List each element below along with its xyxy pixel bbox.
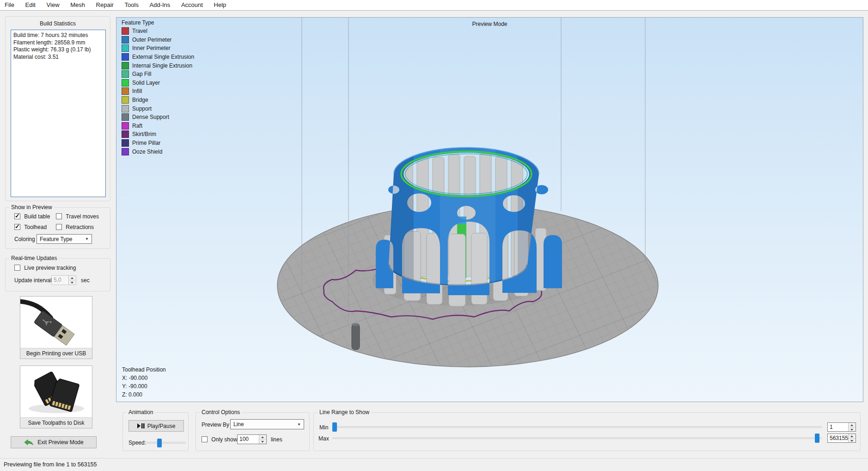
app: { "menu": { "items": ["File", "Edit", "V… — [0, 0, 868, 471]
legend-item: Dense Support — [122, 113, 194, 122]
checkbox-label: Live preview tracking — [24, 265, 76, 271]
min-line-spinner[interactable]: 1 — [827, 422, 856, 432]
toolhead-checkbox[interactable]: Toolhead — [14, 224, 47, 230]
checkbox-icon[interactable] — [56, 224, 62, 230]
legend-item: Support — [122, 104, 194, 113]
play-pause-icon — [137, 423, 145, 428]
realtime-updates-group: Real-time Updates Live preview tracking … — [5, 258, 110, 291]
menu-file[interactable]: File — [0, 0, 19, 10]
speed-label: Speed: — [128, 440, 146, 446]
legend-item: Gap Fill — [122, 70, 194, 79]
spin-up-icon[interactable] — [259, 435, 266, 440]
only-show-lines-unit: lines — [271, 436, 282, 443]
preview-by-dropdown[interactable]: Line — [230, 419, 304, 429]
spin-down-icon[interactable] — [849, 439, 856, 443]
update-interval-value: 5,0 — [52, 276, 68, 285]
play-pause-button[interactable]: Play/Pause — [128, 420, 184, 432]
status-text: Previewing file from line 1 to 563155 — [4, 461, 97, 468]
usb-cable-image — [20, 297, 92, 348]
max-label: Max — [318, 435, 329, 442]
print-preview-canvas[interactable] — [116, 18, 864, 403]
legend-item: Prime Pillar — [122, 139, 194, 148]
play-pause-label: Play/Pause — [147, 423, 176, 429]
legend-swatch — [122, 79, 129, 87]
menu-edit[interactable]: Edit — [21, 0, 40, 10]
spin-up-icon[interactable] — [849, 423, 856, 428]
spin-down-icon[interactable] — [69, 280, 76, 285]
green-back-arrow-icon — [24, 439, 34, 446]
build-statistics-box: Build time: 7 hours 32 minutes Filament … — [11, 30, 106, 197]
status-bar: Previewing file from line 1 to 563155 — [0, 458, 868, 471]
build-table-checkbox[interactable]: Build table — [14, 213, 50, 220]
legend-swatch — [122, 62, 129, 69]
legend-swatch — [122, 53, 129, 61]
coloring-dropdown[interactable]: Feature Type — [37, 234, 92, 244]
show-in-preview-group: Show in Preview Build table Travel moves… — [5, 207, 110, 249]
retractions-checkbox[interactable]: Retractions — [56, 224, 94, 230]
only-show-checkbox[interactable]: Only show — [202, 436, 237, 443]
spin-down-icon[interactable] — [259, 440, 266, 444]
toolhead-indicator — [352, 323, 360, 350]
max-line-spinner[interactable]: 563155 — [827, 434, 856, 443]
menu-addins[interactable]: Add-Ins — [145, 0, 175, 10]
checkbox-icon[interactable] — [56, 213, 62, 219]
checkbox-label: Build table — [24, 213, 50, 220]
max-slider-thumb[interactable] — [815, 434, 819, 443]
legend-item: Internal Single Extrusion — [122, 61, 194, 70]
travel-moves-checkbox[interactable]: Travel moves — [56, 213, 99, 220]
menu-account[interactable]: Account — [177, 0, 208, 10]
line-range-title: Line Range to Show — [318, 409, 371, 415]
toolhead-position-readout: Toolhead Position X: -90.000 Y: -90.000 … — [122, 366, 166, 399]
menu-view[interactable]: View — [42, 0, 64, 10]
update-interval-spinner[interactable]: 5,0 — [51, 275, 76, 285]
speed-slider-thumb[interactable] — [157, 439, 162, 447]
checkbox-icon[interactable] — [14, 224, 20, 230]
spin-up-icon[interactable] — [849, 434, 856, 439]
min-slider-track[interactable] — [332, 426, 822, 428]
legend-swatch — [122, 113, 129, 121]
legend-swatch — [122, 70, 129, 78]
spin-down-icon[interactable] — [849, 428, 856, 432]
coloring-label: Coloring — [14, 236, 35, 242]
exit-preview-mode-label: Exit Preview Mode — [37, 439, 83, 446]
control-options-group: Control Options Preview By Line Only sho… — [196, 412, 310, 451]
legend-item: Outer Perimeter — [122, 36, 194, 44]
legend-item: Ooze Shield — [122, 147, 194, 156]
only-show-lines-spinner[interactable]: 100 — [237, 434, 267, 444]
spinner-arrows[interactable] — [848, 434, 856, 442]
preview-by-value: Line — [233, 421, 244, 428]
stat-build-time: Build time: 7 hours 32 minutes — [13, 32, 103, 39]
realtime-updates-title: Real-time Updates — [9, 255, 59, 261]
stat-material-cost: Material cost: 3.51 — [13, 54, 103, 61]
speed-slider-track[interactable] — [146, 442, 186, 444]
min-slider-thumb[interactable] — [332, 422, 337, 432]
live-preview-tracking-checkbox[interactable]: Live preview tracking — [14, 265, 76, 271]
animation-title: Animation — [127, 409, 155, 415]
menu-repair[interactable]: Repair — [92, 0, 118, 10]
control-options-title: Control Options — [200, 409, 242, 415]
build-statistics-group: Build Statistics Build time: 7 hours 32 … — [5, 16, 110, 201]
line-range-group: Line Range to Show Min 1 Max 563155 — [313, 412, 861, 451]
menu-tools[interactable]: Tools — [120, 0, 143, 10]
viewport[interactable]: Feature Type Travel Outer Perimeter Inne… — [116, 17, 863, 402]
legend-swatch — [122, 27, 129, 35]
legend-swatch — [122, 139, 129, 147]
menu-help[interactable]: Help — [209, 0, 231, 10]
save-toolpaths-button[interactable]: Save Toolpaths to Disk — [20, 366, 92, 428]
checkbox-icon[interactable] — [14, 213, 20, 219]
spinner-arrows[interactable] — [68, 276, 76, 285]
exit-preview-mode-button[interactable]: Exit Preview Mode — [11, 436, 97, 448]
checkbox-label: Travel moves — [66, 213, 99, 220]
spinner-arrows[interactable] — [848, 423, 856, 431]
max-slider-track[interactable] — [332, 437, 822, 439]
toolhead-z: Z: 0.000 — [122, 390, 166, 399]
checkbox-icon[interactable] — [14, 265, 20, 271]
spinner-arrows[interactable] — [259, 435, 266, 444]
build-statistics-title: Build Statistics — [6, 20, 110, 27]
toolhead-x: X: -90.000 — [122, 374, 166, 382]
spin-up-icon[interactable] — [69, 276, 76, 280]
begin-printing-usb-button[interactable]: Begin Printing over USB — [20, 296, 92, 359]
checkbox-label: Only show — [211, 436, 237, 443]
menu-mesh[interactable]: Mesh — [66, 0, 90, 10]
checkbox-icon[interactable] — [202, 436, 208, 442]
